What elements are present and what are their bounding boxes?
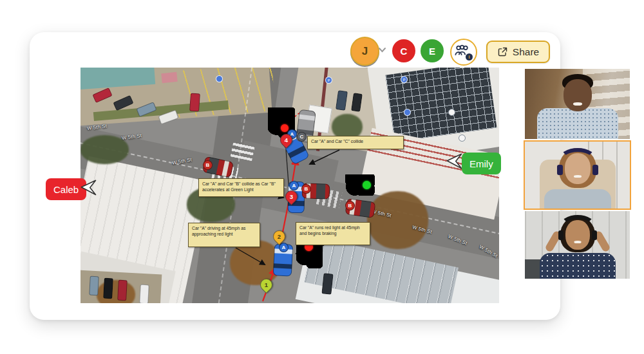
headphone-cup (557, 165, 563, 175)
avatar-e-initial: E (429, 46, 435, 57)
cursor-label-emily: Emily (462, 153, 501, 174)
share-icon (497, 46, 508, 57)
car-label-b: B (345, 201, 355, 210)
emily-cursor-icon (446, 153, 464, 171)
person-smile (573, 102, 582, 106)
headphones-icon (560, 215, 596, 238)
callout-a-c-collide[interactable]: Car "A" and Car "C" collide (307, 136, 404, 149)
avatar-c[interactable]: C (392, 39, 415, 62)
participant-video-3[interactable] (525, 211, 630, 279)
headphones-icon (559, 148, 596, 171)
car-label-a: A (289, 181, 299, 191)
share-button[interactable]: Share (486, 41, 550, 63)
info-icon: i (466, 53, 473, 61)
share-button-label: Share (513, 46, 539, 58)
red-light-icon (281, 124, 289, 132)
car-label-a: A (279, 243, 289, 252)
avatar-j[interactable]: J (350, 37, 379, 66)
person-smile (574, 241, 581, 243)
participants-info-button[interactable]: i (450, 39, 477, 66)
car-label-c: C (297, 132, 307, 142)
headphone-cup (592, 230, 597, 240)
headphone-cup (592, 165, 598, 175)
car-label-b: B (203, 160, 213, 170)
person-shirt (540, 253, 616, 279)
callout-a-b-collide[interactable]: Car "A" and Car "B" collide as Car "B" a… (198, 178, 284, 197)
avatar-e[interactable]: E (421, 39, 444, 62)
person-smile (574, 175, 582, 178)
caleb-cursor-icon (80, 179, 98, 197)
avatar-c-initial: C (401, 46, 408, 57)
green-light-icon (363, 181, 371, 189)
headphone-cup (558, 230, 564, 240)
callout-a-driving[interactable]: Car "A" driving at 45mph as approaching … (188, 223, 260, 247)
callout-a-runs-red[interactable]: Car "A" runs red light at 45mph and begi… (296, 222, 370, 245)
participant-video-2-active[interactable] (524, 140, 631, 210)
participant-video-1[interactable] (525, 69, 630, 139)
traffic-light-east[interactable] (345, 174, 375, 196)
person-shirt (544, 189, 611, 209)
person-face (564, 79, 592, 111)
whiteboard-canvas[interactable]: W 5th St W 5th St W 5th St W 5th St W 5t… (80, 68, 499, 303)
car-label-b: B (301, 184, 311, 194)
chevron-down-icon[interactable] (378, 47, 386, 53)
avatar-j-initial: J (362, 45, 368, 58)
person-shirt (537, 108, 618, 139)
